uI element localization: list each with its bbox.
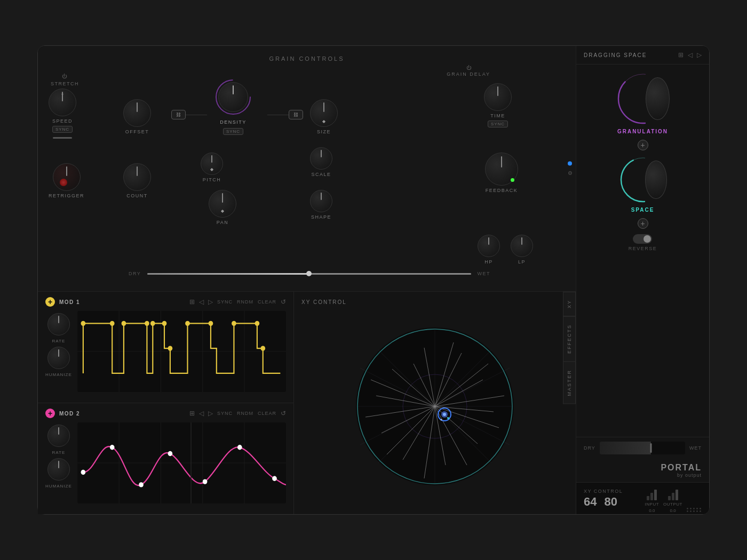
xy-y-value: 80 bbox=[604, 495, 617, 509]
shape-knob[interactable] bbox=[310, 190, 332, 212]
mod1-rate-knob[interactable] bbox=[47, 313, 70, 335]
link-btn-2[interactable]: ⛓ bbox=[289, 110, 303, 119]
grain-delay-title: GRAIN DELAY bbox=[447, 71, 490, 77]
mod2-play-icon[interactable]: ▷ bbox=[208, 410, 213, 417]
svg-point-18 bbox=[255, 321, 259, 326]
tab-effects[interactable]: EFFECTS bbox=[563, 316, 576, 362]
retrigger-label: RETRIGGER bbox=[49, 193, 84, 198]
mod1-humanize-knob[interactable] bbox=[47, 347, 70, 369]
mod1-header: + MOD 1 ⊞ ◁ ▷ SYNC RNDM CLEAR ↺ bbox=[45, 297, 286, 307]
svg-point-31 bbox=[237, 445, 242, 450]
svg-point-17 bbox=[232, 321, 236, 326]
output-label: OUTPUT bbox=[663, 502, 682, 507]
mod1-prev-icon[interactable]: ◁ bbox=[199, 298, 204, 306]
time-sync[interactable]: SYNC bbox=[488, 121, 508, 127]
mod2-humanize-label: HUMANIZE bbox=[45, 484, 72, 489]
dry-wet-slider[interactable] bbox=[147, 273, 471, 275]
hp-label: HP bbox=[484, 259, 493, 265]
mod2-waveform[interactable] bbox=[77, 422, 286, 503]
pan-knob[interactable] bbox=[209, 190, 236, 218]
offset-group: OFFSET bbox=[123, 99, 151, 134]
hp-knob[interactable] bbox=[478, 235, 500, 257]
mod1-sync-btn[interactable]: SYNC bbox=[217, 299, 233, 305]
link-btn-1[interactable]: ⛓ bbox=[171, 110, 186, 119]
lp-knob[interactable] bbox=[511, 235, 533, 257]
mod2-rate-knob[interactable] bbox=[47, 425, 70, 447]
mod1-rndm-btn[interactable]: RNDM bbox=[237, 299, 253, 305]
speed-knob[interactable] bbox=[49, 89, 76, 116]
density-knob[interactable] bbox=[218, 82, 248, 112]
mod1-play-icon[interactable]: ▷ bbox=[208, 298, 213, 306]
dry-label: DRY bbox=[129, 271, 141, 276]
sidebar-drywet-slider[interactable] bbox=[600, 442, 685, 454]
svg-point-28 bbox=[139, 482, 144, 487]
sidebar-save-btn[interactable]: ⊞ bbox=[678, 51, 684, 59]
mod2-humanize-knob[interactable] bbox=[47, 458, 70, 481]
space-plus-btn[interactable]: + bbox=[638, 218, 648, 229]
time-label: TIME bbox=[490, 113, 505, 118]
count-knob[interactable] bbox=[123, 163, 151, 191]
svg-point-27 bbox=[110, 445, 115, 450]
mod2-add-btn[interactable]: + bbox=[45, 409, 55, 418]
speed-sync[interactable]: SYNC bbox=[52, 126, 73, 133]
mod1-reset-icon[interactable]: ↺ bbox=[281, 298, 286, 306]
speed-slider[interactable] bbox=[53, 137, 72, 139]
mod2-reset-icon[interactable]: ↺ bbox=[281, 410, 286, 417]
svg-point-30 bbox=[203, 479, 208, 484]
retrigger-group: RETRIGGER bbox=[49, 163, 84, 198]
sidebar-next-btn[interactable]: ▷ bbox=[697, 51, 702, 59]
time-knob[interactable] bbox=[484, 83, 512, 111]
mod2-clear-btn[interactable]: CLEAR bbox=[258, 411, 276, 416]
sidebar-drywet-section: DRY WET bbox=[576, 437, 709, 459]
tab-xy[interactable]: XY bbox=[563, 292, 576, 316]
output-bar-2 bbox=[672, 493, 674, 500]
filter-icon[interactable]: ⚙ bbox=[568, 170, 573, 176]
count-group: CoUnT bbox=[123, 163, 151, 198]
retrigger-knob[interactable] bbox=[53, 163, 81, 191]
svg-point-14 bbox=[168, 346, 172, 350]
by-text: by bbox=[677, 473, 685, 478]
offset-knob[interactable] bbox=[123, 99, 151, 127]
mod2-save-icon[interactable]: ⊞ bbox=[189, 410, 195, 417]
size-label: SIZE bbox=[317, 129, 331, 134]
mod1-clear-btn[interactable]: CLEAR bbox=[258, 299, 276, 305]
mod2-rndm-btn[interactable]: RNDM bbox=[237, 411, 253, 416]
pitch-group: PITCH bbox=[201, 153, 223, 182]
xy-title: XY CONTROL bbox=[301, 299, 568, 305]
density-sync[interactable]: SYNC bbox=[223, 128, 243, 135]
pitch-knob[interactable] bbox=[201, 153, 223, 175]
svg-point-71 bbox=[443, 413, 446, 416]
granulation-knob[interactable] bbox=[646, 77, 670, 120]
reverse-toggle[interactable] bbox=[633, 234, 652, 244]
scale-knob[interactable] bbox=[310, 147, 332, 170]
mod1-add-btn[interactable]: + bbox=[45, 297, 55, 307]
granulation-plus-btn[interactable]: + bbox=[638, 140, 648, 150]
feedback-knob[interactable] bbox=[485, 153, 518, 186]
output-bar-3 bbox=[676, 490, 678, 500]
mod2-prev-icon[interactable]: ◁ bbox=[199, 410, 204, 417]
svg-point-12 bbox=[150, 321, 155, 326]
mod2-title: MOD 2 bbox=[59, 411, 80, 417]
xy-values: 64 80 bbox=[584, 495, 623, 509]
granulation-label: GRANULATION bbox=[617, 129, 668, 134]
portal-sub-brand: output bbox=[685, 473, 702, 478]
svg-point-77 bbox=[621, 158, 646, 202]
tab-master[interactable]: MASTER bbox=[563, 362, 576, 404]
space-ring-svg bbox=[619, 156, 646, 204]
mod2-sync-btn[interactable]: SYNC bbox=[217, 411, 233, 416]
xy-circle-svg[interactable] bbox=[355, 326, 515, 486]
svg-point-32 bbox=[272, 476, 277, 481]
size-knob[interactable] bbox=[310, 99, 338, 127]
mod1-save-icon[interactable]: ⊞ bbox=[189, 298, 195, 306]
size-group: SIZE bbox=[310, 99, 338, 134]
svg-point-9 bbox=[110, 321, 115, 326]
dots-pattern bbox=[687, 508, 702, 512]
space-knob[interactable] bbox=[645, 161, 667, 199]
mod1-waveform[interactable] bbox=[77, 311, 286, 392]
output-meter: OUTPUT 0.0 bbox=[663, 484, 682, 513]
mod1-panel: + MOD 1 ⊞ ◁ ▷ SYNC RNDM CLEAR ↺ bbox=[38, 292, 293, 403]
sidebar-prev-btn[interactable]: ◁ bbox=[688, 51, 693, 59]
svg-point-16 bbox=[208, 321, 213, 326]
speed-label: SPEED bbox=[52, 118, 73, 124]
channel-dot-1[interactable] bbox=[568, 162, 572, 166]
